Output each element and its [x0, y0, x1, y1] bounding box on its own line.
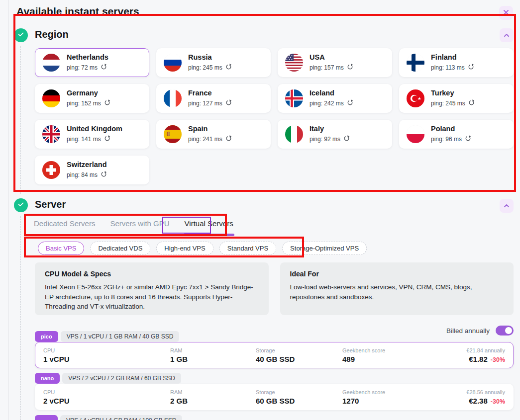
country-name: Switzerland [67, 161, 107, 169]
cpu-specs-title: CPU Model & Specs [45, 270, 259, 278]
close-button[interactable] [499, 6, 513, 20]
country-card-poland[interactable]: Poland ping: 96 ms [399, 120, 514, 149]
flag-poland-icon [407, 125, 424, 143]
server-collapse-button[interactable] [500, 199, 514, 213]
tab-servers-with-gpu[interactable]: Servers with GPU [110, 219, 169, 233]
ping-value: ping: 141 ms [67, 136, 101, 143]
flag-germany-icon [42, 89, 60, 107]
pill-high-end-vps[interactable]: High-end VPS [156, 242, 213, 255]
ideal-for-card: Ideal For Low-load web-servers and servi… [280, 262, 514, 315]
monthly-price: €2.38 [469, 397, 488, 405]
country-card-usa[interactable]: USA ping: 157 ms [278, 48, 392, 77]
storage-column-label: Storage [256, 389, 342, 395]
country-card-france[interactable]: France ping: 127 ms [156, 84, 271, 113]
ping-value: ping: 242 ms [310, 100, 344, 107]
refresh-ping-icon[interactable] [347, 64, 353, 72]
region-card-grid: Netherlands ping: 72 ms Russia ping: 245… [35, 48, 514, 184]
ping-value: ping: 113 ms [431, 64, 465, 71]
geekbench-column-label: Geekbench score [342, 347, 401, 353]
country-name: Russia [188, 54, 232, 62]
storage-value: 40 GB SSD [256, 355, 342, 363]
pill-dedicated-vds[interactable]: Dedicated VDS [90, 242, 150, 255]
flag-netherlands-icon [42, 54, 60, 72]
check-icon [17, 30, 25, 40]
plan-card[interactable]: CPU2 vCPU RAM2 GB Storage60 GB SSD Geekb… [35, 384, 514, 410]
refresh-ping-icon[interactable] [468, 64, 474, 72]
refresh-ping-icon[interactable] [343, 135, 350, 143]
cpu-specs-card: CPU Model & Specs Intel Xeon E5-26xx 2GH… [35, 262, 269, 315]
country-card-netherlands[interactable]: Netherlands ping: 72 ms [35, 48, 149, 77]
ping-value: ping: 72 ms [67, 64, 98, 71]
server-type-tabs: Dedicated Servers Servers with GPU Virtu… [34, 219, 233, 233]
ping-value: ping: 92 ms [310, 136, 340, 143]
refresh-ping-icon[interactable] [101, 64, 107, 72]
refresh-ping-icon[interactable] [225, 135, 232, 143]
country-name: Poland [431, 125, 471, 133]
pill-standard-vps[interactable]: Standard VPS [219, 242, 276, 255]
country-name: Turkey [431, 89, 475, 97]
cpu-specs-body: Intel Xeon E5-26xx 2GHz+ or similar AMD … [45, 282, 259, 312]
discount-badge: -30% [491, 398, 505, 405]
country-card-germany[interactable]: Germany ping: 152 ms [35, 84, 149, 113]
chevron-up-icon [503, 201, 510, 210]
geekbench-column-label: Geekbench score [342, 389, 401, 395]
ideal-for-body: Low-load web-servers and services, VPN, … [290, 282, 504, 302]
flag-iceland-icon [285, 89, 303, 107]
country-card-italy[interactable]: Italy ping: 92 ms [278, 120, 392, 149]
page-title: Available instant servers [16, 5, 139, 17]
plan-row-nano: nano VPS / 2 vCPU / 2 GB RAM / 60 GB SSD… [35, 373, 514, 410]
flag-switzerland-icon [42, 161, 60, 179]
plan-badge: nano [35, 373, 60, 384]
plan-summary-chip: VPS / 2 vCPU / 2 GB RAM / 60 GB SSD [62, 373, 181, 384]
cpu-value: 2 vCPU [43, 397, 170, 405]
refresh-ping-icon[interactable] [104, 135, 110, 143]
plan-badge: pico [35, 331, 58, 342]
refresh-ping-icon[interactable] [465, 135, 471, 143]
flag-france-icon [164, 89, 182, 107]
country-name: Finland [431, 54, 474, 62]
close-icon [503, 8, 509, 17]
server-step-check [14, 198, 28, 212]
refresh-ping-icon[interactable] [104, 99, 110, 107]
ping-value: ping: 245 ms [431, 100, 465, 107]
ram-column-label: RAM [170, 347, 256, 353]
refresh-ping-icon[interactable] [225, 99, 232, 107]
country-card-switzerland[interactable]: Switzerland ping: 84 ms [35, 156, 149, 184]
country-card-united-kingdom[interactable]: United Kingdom ping: 141 ms [35, 120, 149, 149]
plan-badge [35, 415, 58, 420]
refresh-ping-icon[interactable] [347, 99, 353, 107]
pill-basic-vps[interactable]: Basic VPS [38, 242, 84, 255]
storage-column-label: Storage [256, 347, 342, 353]
country-card-iceland[interactable]: Iceland ping: 242 ms [278, 84, 392, 113]
info-cards-row: CPU Model & Specs Intel Xeon E5-26xx 2GH… [35, 262, 514, 315]
region-step-check [14, 28, 28, 42]
refresh-ping-icon[interactable] [468, 99, 475, 107]
pill-storage-optimized-vps[interactable]: Storage-Optimized VPS [282, 242, 367, 255]
tab-virtual-servers[interactable]: Virtual Servers [185, 219, 233, 233]
plan-row-partial: VPS / 4 vCPU / 4 GB RAM / 100 GB SSD [35, 415, 514, 420]
check-icon [17, 200, 25, 210]
plan-summary-chip: VPS / 1 vCPU / 1 GB RAM / 40 GB SSD [61, 331, 180, 342]
region-collapse-button[interactable] [500, 28, 514, 42]
plan-card[interactable]: CPU1 vCPU RAM1 GB Storage40 GB SSD Geekb… [35, 342, 514, 368]
cpu-value: 1 vCPU [43, 355, 170, 363]
flag-finland-icon [407, 54, 424, 72]
country-name: Netherlands [67, 54, 108, 62]
region-section-title: Region [35, 29, 69, 40]
refresh-ping-icon[interactable] [225, 64, 232, 72]
storage-value: 60 GB SSD [256, 397, 342, 405]
country-card-russia[interactable]: Russia ping: 245 ms [156, 48, 271, 77]
chevron-up-icon [503, 31, 510, 40]
tab-dedicated-servers[interactable]: Dedicated Servers [34, 219, 95, 233]
ram-value: 2 GB [170, 397, 256, 405]
annual-price: €28.56 annually [466, 389, 505, 395]
country-card-finland[interactable]: Finland ping: 113 ms [399, 48, 514, 77]
country-card-spain[interactable]: Spain ping: 241 ms [156, 120, 271, 149]
country-name: USA [310, 54, 353, 62]
ram-value: 1 GB [170, 355, 256, 363]
country-card-turkey[interactable]: Turkey ping: 245 ms [399, 84, 514, 113]
refresh-ping-icon[interactable] [101, 171, 107, 179]
flag-turkey-icon [407, 89, 424, 107]
ping-value: ping: 84 ms [67, 171, 98, 178]
country-name: United Kingdom [67, 125, 122, 133]
